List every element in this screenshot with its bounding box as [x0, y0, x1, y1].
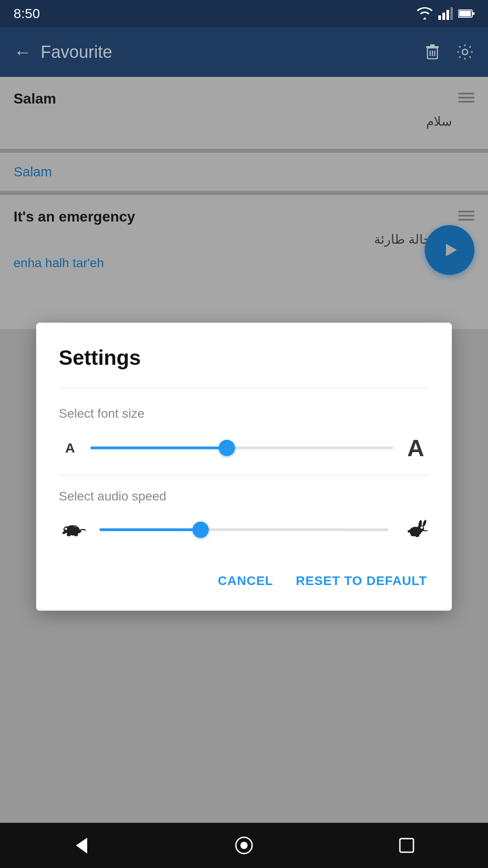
audio-speed-slider[interactable] — [99, 520, 389, 538]
svg-rect-6 — [473, 12, 474, 15]
nav-home-button[interactable] — [230, 832, 258, 859]
audio-speed-slider-row — [59, 517, 429, 542]
svg-point-17 — [65, 528, 67, 530]
status-time: 8:50 — [14, 6, 40, 21]
font-size-slider-row: A A — [59, 434, 429, 462]
nav-recent-button[interactable] — [393, 832, 420, 859]
font-size-fill — [90, 447, 227, 449]
font-size-max-icon: A — [402, 434, 429, 462]
back-button[interactable]: ← — [14, 42, 32, 62]
svg-rect-8 — [426, 46, 439, 48]
delete-icon[interactable] — [423, 42, 442, 61]
font-size-min-icon: A — [59, 440, 81, 456]
svg-rect-34 — [400, 839, 413, 852]
svg-point-13 — [462, 49, 468, 55]
audio-speed-label: Select audio speed — [59, 489, 429, 504]
font-size-thumb[interactable] — [219, 440, 235, 456]
svg-rect-9 — [430, 44, 435, 46]
turtle-icon — [59, 517, 90, 542]
svg-point-27 — [421, 526, 423, 528]
font-size-slider[interactable] — [90, 439, 393, 457]
section-divider-middle — [59, 475, 429, 476]
dialog-buttons: CANCEL RESET TO DEFAULT — [59, 565, 429, 593]
nav-back-button[interactable] — [68, 832, 95, 859]
svg-marker-31 — [76, 838, 87, 854]
svg-rect-2 — [446, 10, 449, 20]
audio-speed-thumb[interactable] — [192, 521, 209, 538]
audio-speed-fill — [99, 528, 201, 531]
svg-rect-1 — [442, 13, 445, 20]
status-bar: 8:50 — [0, 0, 488, 27]
font-size-label: Select font size — [59, 406, 429, 421]
svg-point-22 — [74, 525, 77, 527]
bottom-nav — [0, 823, 488, 868]
svg-rect-5 — [459, 11, 471, 16]
svg-rect-3 — [450, 7, 453, 20]
reset-button[interactable]: RESET TO DEFAULT — [294, 569, 429, 593]
audio-speed-track — [99, 528, 389, 531]
background-content: Salam سلام Salam It's an emergency إنها … — [0, 77, 488, 868]
status-icons — [417, 7, 474, 20]
settings-icon[interactable] — [455, 42, 474, 61]
rabbit-icon — [398, 517, 429, 542]
svg-rect-0 — [438, 15, 441, 20]
app-bar: ← Favourite — [0, 27, 488, 77]
svg-point-26 — [422, 519, 427, 527]
cancel-button[interactable]: CANCEL — [216, 569, 276, 593]
app-bar-actions — [423, 42, 474, 61]
dialog-title: Settings — [59, 345, 429, 370]
font-size-track — [90, 447, 393, 449]
app-bar-title: Favourite — [41, 42, 423, 62]
wifi-icon — [417, 7, 433, 20]
battery-icon — [458, 9, 474, 18]
svg-point-33 — [240, 842, 248, 849]
signal-icon — [438, 7, 453, 20]
settings-dialog: Settings Select font size A A Select aud… — [36, 323, 452, 611]
dialog-divider-top — [59, 388, 429, 388]
